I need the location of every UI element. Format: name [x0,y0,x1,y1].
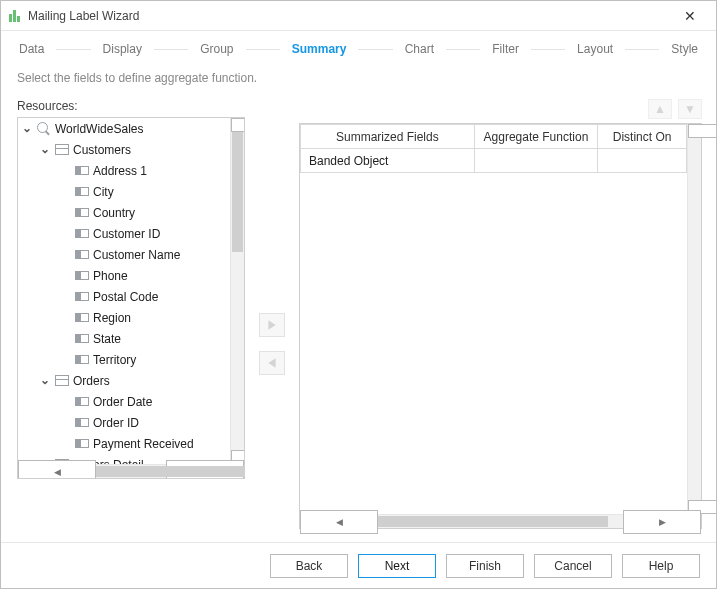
resources-tree[interactable]: WorldWideSales Customers [17,117,245,479]
col-aggregate-function[interactable]: Aggregate Function [474,125,598,149]
field-icon [75,229,89,238]
finish-button[interactable]: Finish [446,554,524,578]
col-distinct-on[interactable]: Distinct On [598,125,687,149]
step-layout[interactable]: Layout [573,38,617,60]
tree-node-root[interactable]: WorldWideSales [18,118,230,139]
tree-label: Customers [73,143,131,157]
resources-label: Resources: [17,99,245,117]
tree-field[interactable]: Country [18,202,230,223]
scroll-left-icon[interactable]: ◀ [300,510,378,534]
help-button[interactable]: Help [622,554,700,578]
datasource-icon [37,122,51,136]
instruction-text: Select the fields to define aggregate fu… [1,67,716,99]
field-icon [75,208,89,217]
field-icon [75,271,89,280]
field-icon [75,334,89,343]
col-summarized-fields[interactable]: Summarized Fields [301,125,475,149]
field-icon [75,418,89,427]
step-filter[interactable]: Filter [488,38,523,60]
cell-distinct[interactable] [598,149,687,173]
tree-field[interactable]: Order Date [18,391,230,412]
step-data[interactable]: Data [15,38,48,60]
step-chart[interactable]: Chart [401,38,438,60]
field-icon [75,313,89,322]
summary-grid[interactable]: Summarized Fields Aggregate Function Dis… [299,123,702,529]
field-icon [75,250,89,259]
tree-label: WorldWideSales [55,122,143,136]
add-field-button[interactable] [259,313,285,337]
expand-icon[interactable] [39,142,51,156]
step-display[interactable]: Display [99,38,146,60]
tree-field[interactable]: Address 1 [18,160,230,181]
tree-field[interactable]: Order ID [18,412,230,433]
tree-vertical-scrollbar[interactable]: ▲ ▼ [230,118,244,464]
tree-label: Orders [73,374,110,388]
cancel-button[interactable]: Cancel [534,554,612,578]
tree-field[interactable]: Customer Name [18,244,230,265]
tree-field[interactable]: State [18,328,230,349]
app-icon [9,10,20,22]
grid-header-row: Summarized Fields Aggregate Function Dis… [301,125,687,149]
step-style[interactable]: Style [667,38,702,60]
scroll-thumb[interactable] [96,466,245,477]
window-title: Mailing Label Wizard [28,9,670,23]
tree-field[interactable]: Region [18,307,230,328]
scroll-up-icon[interactable]: ▲ [688,124,717,138]
tree-field[interactable]: City [18,181,230,202]
scroll-thumb[interactable] [232,132,243,252]
field-icon [75,166,89,175]
wizard-button-bar: Back Next Finish Cancel Help [1,542,716,588]
expand-icon[interactable] [21,121,33,135]
grid-vertical-scrollbar[interactable]: ▲ ▼ [687,124,701,514]
tree-node-orders[interactable]: Orders [18,370,230,391]
tree-node-customers[interactable]: Customers [18,139,230,160]
grid-horizontal-scrollbar[interactable]: ◀ ▶ [300,514,701,528]
step-group[interactable]: Group [196,38,237,60]
tree-horizontal-scrollbar[interactable]: ◀ ▶ [18,464,244,478]
scroll-left-icon[interactable]: ◀ [18,460,96,480]
field-icon [75,439,89,448]
field-icon [75,187,89,196]
field-icon [75,355,89,364]
step-summary[interactable]: Summary [288,38,351,60]
cell-aggregate[interactable] [474,149,598,173]
tree-field[interactable]: Customer ID [18,223,230,244]
remove-field-button[interactable] [259,351,285,375]
title-bar: Mailing Label Wizard ✕ [1,1,716,31]
field-icon [75,397,89,406]
scroll-right-icon[interactable]: ▶ [623,510,701,534]
arrow-down-icon: ▼ [684,102,696,116]
back-button[interactable]: Back [270,554,348,578]
tree-field[interactable]: Phone [18,265,230,286]
table-row[interactable]: Banded Object [301,149,687,173]
arrow-up-icon: ▲ [654,102,666,116]
cell-summarized[interactable]: Banded Object [301,149,475,173]
tree-field[interactable]: Postal Code [18,286,230,307]
move-down-button[interactable]: ▼ [678,99,702,119]
close-button[interactable]: ✕ [670,2,710,30]
arrow-right-icon [266,319,278,331]
field-icon [75,292,89,301]
scroll-thumb[interactable] [378,516,608,527]
arrow-left-icon [266,357,278,369]
table-icon [55,375,69,386]
tree-field[interactable]: Payment Received [18,433,230,454]
scroll-up-icon[interactable]: ▲ [231,118,245,132]
wizard-steps: Data Display Group Summary Chart Filter … [1,31,716,67]
table-icon [55,144,69,155]
expand-icon[interactable] [39,373,51,387]
move-up-button[interactable]: ▲ [648,99,672,119]
tree-field[interactable]: Territory [18,349,230,370]
next-button[interactable]: Next [358,554,436,578]
